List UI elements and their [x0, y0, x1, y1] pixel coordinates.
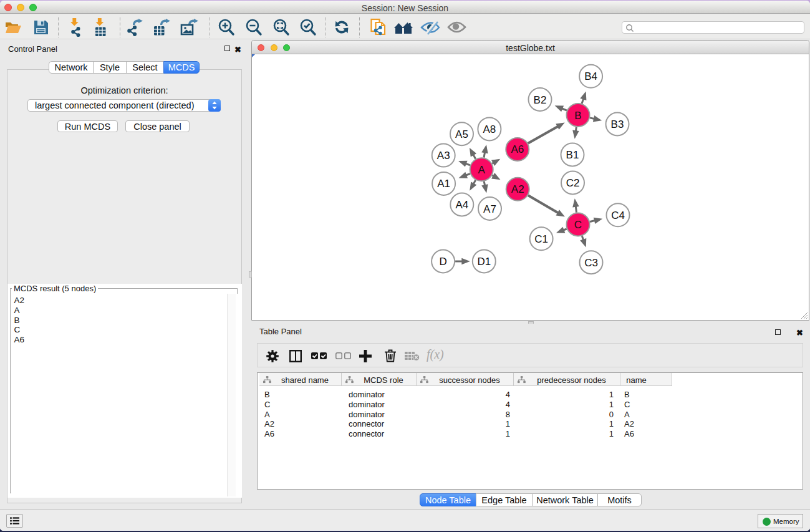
svg-text:C: C — [574, 219, 582, 231]
svg-text:B4: B4 — [584, 70, 597, 82]
svg-text:A: A — [478, 164, 486, 176]
svg-text:B3: B3 — [611, 118, 624, 130]
svg-text:A3: A3 — [437, 150, 450, 162]
svg-text:A5: A5 — [455, 128, 468, 140]
svg-text:C3: C3 — [584, 257, 598, 269]
svg-text:A1: A1 — [437, 178, 450, 190]
svg-text:A8: A8 — [483, 123, 496, 135]
svg-text:A6: A6 — [511, 143, 524, 155]
svg-text:B1: B1 — [566, 149, 579, 161]
svg-text:D: D — [439, 256, 446, 268]
svg-text:A7: A7 — [483, 203, 496, 215]
svg-text:C1: C1 — [534, 233, 548, 245]
svg-text:B2: B2 — [534, 94, 547, 106]
svg-text:A2: A2 — [511, 183, 524, 195]
svg-text:B: B — [574, 110, 581, 122]
svg-text:D1: D1 — [477, 256, 491, 268]
svg-text:A4: A4 — [455, 199, 468, 211]
svg-text:C4: C4 — [611, 210, 625, 221]
svg-text:C2: C2 — [566, 177, 580, 189]
